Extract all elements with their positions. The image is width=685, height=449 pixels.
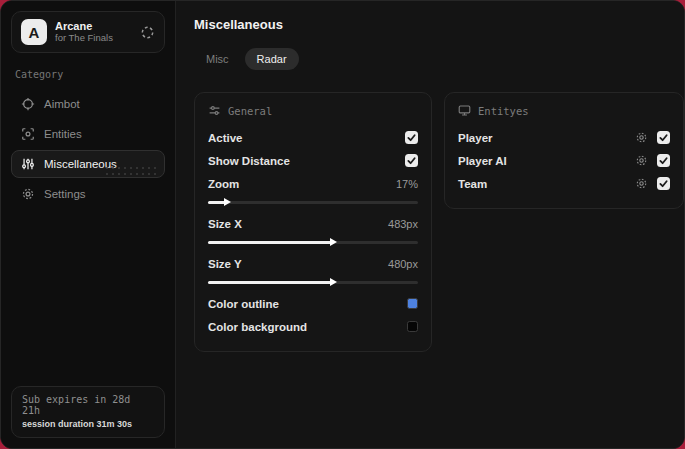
tab-misc[interactable]: Misc [194, 48, 241, 70]
slider-thumb[interactable] [330, 278, 337, 286]
slider-thumb[interactable] [330, 238, 337, 246]
check-icon [659, 133, 668, 142]
gear-icon[interactable] [635, 131, 648, 144]
sidebar-nav: Aimbot Entities Miscel [11, 90, 165, 208]
entities-panel: Entityes Player [444, 92, 684, 209]
show-distance-checkbox[interactable] [405, 154, 418, 167]
check-icon [407, 133, 416, 142]
tab-bar: Misc Radar [194, 48, 684, 70]
loader-icon[interactable] [140, 25, 155, 40]
slider-track [208, 201, 418, 204]
show-distance-row: Show Distance [208, 149, 418, 172]
slider-fill [208, 281, 332, 284]
color-outline-swatch[interactable] [407, 298, 418, 309]
sidebar-item-label: Miscellaneous [44, 158, 117, 170]
active-label: Active [208, 132, 243, 144]
active-checkbox[interactable] [405, 131, 418, 144]
general-panel-title: General [228, 105, 272, 117]
entity-checkbox[interactable] [657, 131, 670, 144]
entities-panel-title: Entityes [478, 105, 529, 117]
active-row: Active [208, 126, 418, 149]
color-background-label: Color background [208, 321, 307, 333]
gear-icon [21, 187, 35, 201]
check-icon [659, 156, 668, 165]
zoom-slider[interactable] [208, 197, 418, 207]
app-name: Arcane [55, 20, 132, 33]
size-x-value: 483px [388, 218, 418, 230]
general-panel: General Active Show Distance Zoom [194, 92, 432, 352]
zoom-value: 17% [396, 178, 418, 190]
sidebar-item-miscellaneous[interactable]: Miscellaneous [11, 150, 165, 178]
entity-label: Player [458, 132, 493, 144]
monitor-icon [458, 104, 471, 117]
slider-thumb[interactable] [224, 198, 231, 206]
gear-icon[interactable] [635, 177, 648, 190]
app-logo: A [21, 19, 47, 45]
crosshair-icon [21, 97, 35, 111]
size-y-label: Size Y [208, 258, 242, 270]
size-y-row: Size Y 480px [208, 252, 418, 275]
category-label: Category [15, 69, 161, 80]
size-y-slider[interactable] [208, 277, 418, 287]
subscription-card: Sub expires in 28d 21h session duration … [11, 386, 165, 438]
main-content: Miscellaneous Misc Radar General [176, 1, 685, 448]
sidebar-item-label: Settings [44, 188, 86, 200]
sidebar-item-label: Entities [44, 128, 82, 140]
color-outline-label: Color outline [208, 298, 279, 310]
sliders-icon [21, 157, 35, 171]
check-icon [407, 156, 416, 165]
color-outline-row: Color outline [208, 292, 418, 315]
size-x-row: Size X 483px [208, 212, 418, 235]
sidebar-item-settings[interactable]: Settings [11, 180, 165, 208]
size-y-value: 480px [388, 258, 418, 270]
entity-controls [635, 177, 670, 190]
panels-row: General Active Show Distance Zoom [194, 92, 684, 352]
sidebar-item-label: Aimbot [44, 98, 80, 110]
entity-checkbox[interactable] [657, 154, 670, 167]
session-duration-text: session duration 31m 30s [22, 419, 154, 429]
check-icon [659, 179, 668, 188]
app-meta: Arcane for The Finals [55, 20, 132, 44]
sub-expiry-text: Sub expires in 28d 21h [22, 394, 154, 416]
size-x-label: Size X [208, 218, 242, 230]
entity-label: Team [458, 178, 487, 190]
sliders-horizontal-icon [208, 104, 221, 117]
sidebar-item-aimbot[interactable]: Aimbot [11, 90, 165, 118]
zoom-label: Zoom [208, 178, 239, 190]
entity-label: Player AI [458, 155, 507, 167]
color-background-swatch[interactable] [407, 321, 418, 332]
size-x-slider[interactable] [208, 237, 418, 247]
entities-panel-header: Entityes [458, 104, 670, 117]
entity-checkbox[interactable] [657, 177, 670, 190]
app-window: A Arcane for The Finals Category Aimbot [0, 0, 685, 449]
general-panel-header: General [208, 104, 418, 117]
slider-fill [208, 241, 332, 244]
entity-row-player: Player [458, 126, 670, 149]
entity-row-team: Team [458, 172, 670, 195]
page-title: Miscellaneous [194, 17, 684, 32]
color-background-row: Color background [208, 315, 418, 338]
app-subtitle: for The Finals [55, 33, 132, 44]
gear-icon[interactable] [635, 154, 648, 167]
zoom-row: Zoom 17% [208, 172, 418, 195]
sidebar: A Arcane for The Finals Category Aimbot [1, 1, 176, 448]
entity-controls [635, 154, 670, 167]
app-header-card: A Arcane for The Finals [11, 11, 165, 53]
entities-icon [21, 127, 35, 141]
entity-controls [635, 131, 670, 144]
entity-row-player-ai: Player AI [458, 149, 670, 172]
show-distance-label: Show Distance [208, 155, 290, 167]
sidebar-item-entities[interactable]: Entities [11, 120, 165, 148]
tab-radar[interactable]: Radar [245, 48, 299, 70]
